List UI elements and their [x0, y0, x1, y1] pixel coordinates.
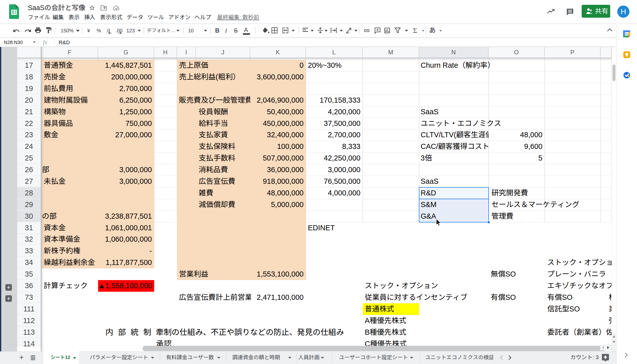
svg-text:31: 31 — [625, 32, 628, 36]
